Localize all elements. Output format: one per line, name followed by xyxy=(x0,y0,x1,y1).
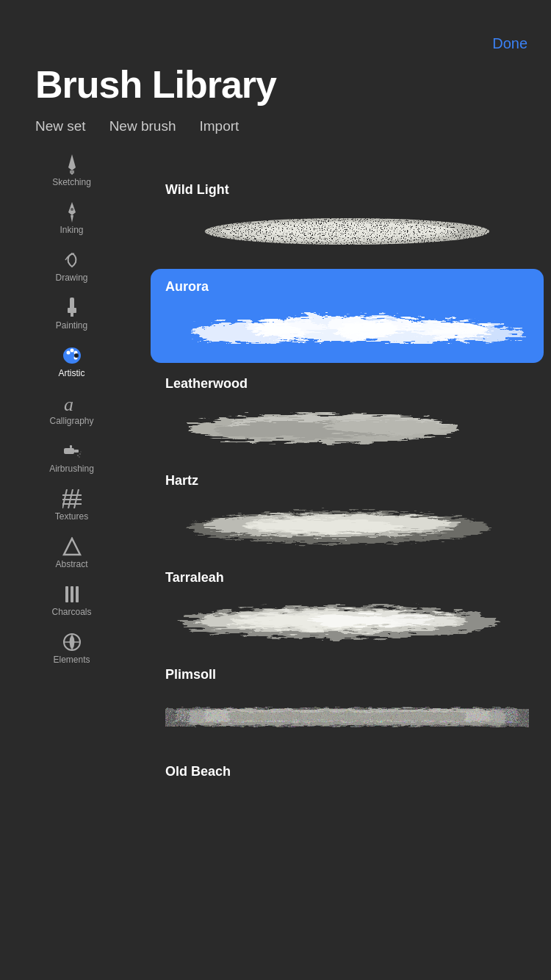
texture-icon xyxy=(62,489,82,509)
page-title: Brush Library xyxy=(35,62,533,107)
svg-rect-15 xyxy=(64,448,74,454)
import-button[interactable]: Import xyxy=(199,118,239,134)
svg-rect-29 xyxy=(65,586,68,602)
brush-stroke-hartz xyxy=(165,494,529,550)
svg-rect-59 xyxy=(228,712,466,721)
sidebar-item-drawing[interactable]: Drawing xyxy=(0,242,143,290)
brush-name-wild-light: Wild Light xyxy=(165,182,529,198)
svg-text:a: a xyxy=(64,394,73,414)
svg-rect-6 xyxy=(71,313,73,317)
sidebar-item-textures[interactable]: Textures xyxy=(0,481,143,529)
svg-rect-4 xyxy=(70,298,74,309)
header-top: Done xyxy=(35,32,533,55)
svg-marker-28 xyxy=(64,538,80,555)
svg-point-41 xyxy=(245,317,324,331)
sidebar-label-artistic: Artistic xyxy=(59,368,85,378)
brush-stroke-wild-light xyxy=(165,203,529,259)
new-brush-button[interactable]: New brush xyxy=(109,118,176,134)
svg-rect-30 xyxy=(71,586,73,602)
brush-list: Wild Light Aurora xyxy=(143,162,551,980)
sidebar-item-airbrushing[interactable]: Airbrushing xyxy=(0,433,143,481)
new-set-button[interactable]: New set xyxy=(35,118,86,134)
svg-rect-17 xyxy=(70,445,72,448)
pencil-icon xyxy=(62,154,82,175)
abstract-icon xyxy=(62,536,82,557)
svg-rect-31 xyxy=(76,586,79,602)
brush-stroke-tarraleah xyxy=(165,591,529,646)
airbrush-icon xyxy=(62,441,82,461)
paint-icon xyxy=(62,298,82,318)
svg-rect-1 xyxy=(70,170,74,173)
brush-name-plimsoll: Plimsoll xyxy=(165,667,529,682)
brush-stroke-aurora xyxy=(165,300,529,356)
brush-name-tarraleah: Tarraleah xyxy=(165,570,529,586)
sidebar-item-artistic[interactable]: Artistic xyxy=(0,338,143,386)
sidebar-item-charcoals[interactable]: Charcoals xyxy=(0,577,143,624)
brush-item-aurora[interactable]: Aurora xyxy=(151,269,544,363)
svg-rect-16 xyxy=(74,450,79,453)
sidebar-label-textures: Textures xyxy=(55,511,88,522)
sidebar-label-elements: Elements xyxy=(53,655,90,665)
toolbar: New set New brush Import xyxy=(35,118,533,146)
sidebar-label-abstract: Abstract xyxy=(55,559,87,569)
header: Done Brush Library New set New brush Imp… xyxy=(0,0,551,146)
svg-rect-5 xyxy=(68,308,76,313)
brush-name-hartz: Hartz xyxy=(165,473,529,489)
palette-icon xyxy=(62,345,82,366)
pen-icon xyxy=(62,202,82,223)
brush-item-tarraleah[interactable]: Tarraleah xyxy=(151,560,544,654)
svg-point-8 xyxy=(66,351,70,355)
brush-item-wild-light[interactable]: Wild Light xyxy=(151,172,544,266)
charcoal-icon xyxy=(62,584,82,605)
svg-point-51 xyxy=(245,519,403,534)
calligraphy-icon: a xyxy=(62,393,82,414)
sidebar-label-drawing: Drawing xyxy=(55,273,87,283)
brush-item-leatherwood[interactable]: Leatherwood xyxy=(151,366,544,460)
brush-item-old-beach[interactable]: Old Beach xyxy=(151,754,544,793)
svg-marker-2 xyxy=(71,173,73,175)
sidebar-label-inking: Inking xyxy=(60,225,83,235)
svg-point-43 xyxy=(398,318,485,333)
svg-point-47 xyxy=(323,419,450,434)
brush-stroke-leatherwood xyxy=(165,397,529,453)
sidebar-item-abstract[interactable]: Abstract xyxy=(0,529,143,577)
sidebar-item-calligraphy[interactable]: a Calligraphy xyxy=(0,386,143,433)
svg-point-19 xyxy=(79,453,81,455)
sidebar-item-elements[interactable]: Elements xyxy=(0,624,143,672)
svg-point-36 xyxy=(260,223,450,237)
sidebar-item-painting[interactable]: Painting xyxy=(0,290,143,338)
svg-marker-0 xyxy=(68,154,76,170)
sidebar: Sketching Inking Drawing xyxy=(0,0,143,980)
brush-name-old-beach: Old Beach xyxy=(165,764,529,779)
brush-item-hartz[interactable]: Hartz xyxy=(151,463,544,557)
sidebar-label-airbrushing: Airbrushing xyxy=(49,464,94,474)
svg-point-20 xyxy=(79,456,80,458)
draw-icon xyxy=(62,250,82,270)
svg-point-18 xyxy=(77,455,79,456)
sidebar-label-painting: Painting xyxy=(56,320,87,331)
sidebar-label-sketching: Sketching xyxy=(52,177,91,187)
svg-point-13 xyxy=(75,354,78,357)
brush-name-leatherwood: Leatherwood xyxy=(165,376,529,392)
sidebar-label-calligraphy: Calligraphy xyxy=(49,416,93,426)
svg-point-21 xyxy=(80,451,82,453)
elements-icon xyxy=(62,632,82,652)
brush-item-plimsoll[interactable]: Plimsoll xyxy=(151,657,544,751)
sidebar-label-charcoals: Charcoals xyxy=(51,607,91,617)
done-button[interactable]: Done xyxy=(486,32,533,55)
brush-name-aurora: Aurora xyxy=(165,279,529,295)
brush-stroke-plimsoll xyxy=(165,688,529,743)
svg-point-56 xyxy=(308,615,434,627)
sidebar-item-inking[interactable]: Inking xyxy=(0,195,143,242)
svg-point-3 xyxy=(71,208,73,211)
sidebar-item-sketching[interactable]: Sketching xyxy=(0,147,143,195)
svg-point-9 xyxy=(70,349,73,353)
